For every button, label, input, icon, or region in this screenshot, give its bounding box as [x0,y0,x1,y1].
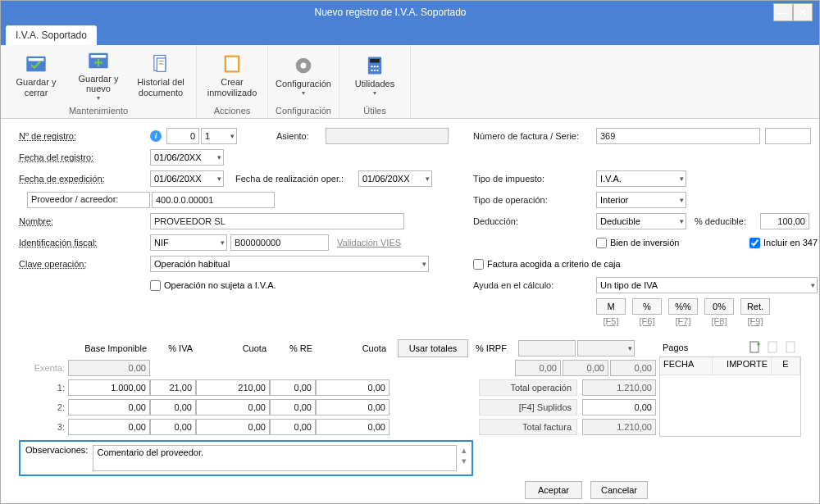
calc-btn-ret[interactable]: Ret. [740,298,770,315]
incluir-347-check[interactable]: Incluir en 347 [749,238,818,248]
minimize-icon[interactable]: — [773,3,793,21]
aceptar-button[interactable]: Aceptar [525,481,582,499]
pct-deducible-input[interactable] [760,213,809,229]
window-title: Nuevo registro de I.V.A. Soportado [7,7,773,18]
suplidos-val[interactable] [582,399,656,415]
fecha-exped-select[interactable]: 01/06/20XX▾ [150,170,224,187]
serie-input[interactable] [765,128,811,144]
cuota-1[interactable] [196,379,270,396]
deduccion-select[interactable]: Deducible▾ [596,213,686,229]
re-1[interactable] [270,379,316,396]
ident-fiscal-input[interactable] [230,234,329,251]
ident-fiscal-label: Identificación fiscal: [19,238,150,247]
clave-op-label: Clave operación: [19,259,150,269]
scroll-up-icon[interactable]: ▴ [462,445,467,456]
historial-button[interactable]: Historial del documento [130,47,191,104]
op-no-sujeta-check[interactable]: Operación no sujeta a I.V.A. [150,280,276,291]
proveedor-input[interactable] [152,192,275,208]
pct-deducible-label: % deducible: [695,216,760,226]
svg-point-18 [374,70,376,71]
ribbon-group-mantenimiento: Guardar y cerrar Guardar y nuevo▾ Histor… [1,45,197,118]
svg-rect-1 [29,58,44,61]
edit-doc-icon[interactable] [767,341,780,354]
grid-row-3: 3: [19,417,472,437]
utilidades-button[interactable]: Utilidades▾ [344,47,405,104]
guardar-nuevo-button[interactable]: Guardar y nuevo▾ [68,47,129,104]
svg-rect-21 [768,342,777,352]
svg-rect-13 [370,59,380,63]
irpf-empty [518,340,576,356]
observaciones-input[interactable] [93,445,457,471]
nombre-input[interactable] [150,213,404,229]
bien-inversion-check[interactable]: Bien de inversión [596,238,679,248]
cuota-2[interactable] [196,399,270,415]
irpf-label: % IRPF [476,343,517,353]
deduccion-label: Deducción: [473,216,596,226]
configuracion-button[interactable]: Configuración▾ [273,47,334,104]
svg-rect-9 [226,57,238,70]
ayuda-calc-select[interactable]: Un tipo de IVA▾ [596,277,818,293]
base-1[interactable] [68,379,150,396]
col-iva: % IVA [150,343,196,353]
svg-rect-3 [91,55,107,58]
irpf-select[interactable]: ▾ [577,340,635,356]
fecha-registro-select[interactable]: 01/06/20XX▾ [150,149,224,166]
usar-totales-button[interactable]: Usar totales [398,339,468,357]
iva-2[interactable] [150,399,196,415]
nregistro-input[interactable] [166,128,199,144]
tab-iva-soportado[interactable]: I.V.A. Soportado [6,25,97,45]
footer-buttons: Aceptar Cancelar [525,481,648,499]
cuota2-2[interactable] [316,399,390,415]
irpf-c3 [610,360,656,376]
calc-btn-m[interactable]: M [596,298,626,315]
svg-point-14 [371,66,372,67]
tipo-imp-select[interactable]: I.V.A.▾ [596,170,686,187]
total-op-val [582,379,656,396]
new-doc-icon[interactable] [749,341,762,354]
nregistro-seq-select[interactable]: 1▾ [201,128,237,144]
fecha-realiz-select[interactable]: 01/06/20XX▾ [358,170,432,187]
cuota2-3[interactable] [316,419,390,435]
iva-1[interactable] [150,379,196,396]
exenta-val [68,360,150,376]
form-area: Nº de registro: i 1▾ Asiento: Fecha del … [1,119,819,335]
tipo-op-select[interactable]: Interior▾ [596,192,686,208]
ribbon: Guardar y cerrar Guardar y nuevo▾ Histor… [1,45,819,119]
guardar-cerrar-button[interactable]: Guardar y cerrar [6,47,66,104]
crear-inmovilizado-button[interactable]: Crear inmovilizado [202,47,262,104]
clave-op-select[interactable]: Operación habitual▾ [150,256,429,272]
cuota-3[interactable] [196,419,270,435]
re-3[interactable] [270,419,316,435]
svg-point-11 [301,63,307,69]
title-bar: Nuevo registro de I.V.A. Soportado — ✕ [1,1,819,24]
validacion-vies-link[interactable]: Validación VIES [337,238,401,247]
info-icon[interactable]: i [150,130,162,142]
ident-fiscal-type-select[interactable]: NIF▾ [150,234,227,251]
cancelar-button[interactable]: Cancelar [590,481,648,499]
close-icon[interactable]: ✕ [793,3,813,21]
right-column: Número de factura / Serie: Tipo de impue… [473,127,818,330]
ribbon-group-config: Configuración▾ Configuración [268,45,339,118]
calc-btn-0pct[interactable]: 0% [704,298,734,315]
calc-btn-pct[interactable]: % [632,298,662,315]
cuota2-1[interactable] [316,379,390,396]
base-2[interactable] [68,399,150,415]
base-3[interactable] [68,419,150,435]
mid-grid: % IRPF ▾ Total operación [F4] Suplidos T… [476,338,656,437]
grid-row-2: 2: [19,397,472,417]
factura-caja-check[interactable]: Factura acogida a criterio de caja [473,259,621,270]
delete-doc-icon[interactable] [785,341,798,354]
left-column: Nº de registro: i 1▾ Asiento: Fecha del … [19,127,449,330]
iva-3[interactable] [150,419,196,435]
proveedor-label: Proveedor / acreedor: [27,192,150,208]
asiento-input [326,128,449,144]
hint-f9: [F9] [740,316,770,326]
re-2[interactable] [270,399,316,415]
col-e: E [772,357,800,375]
calc-btn-pctpct[interactable]: %% [668,298,698,315]
observaciones-box: Observaciones: ▴ ▾ [19,440,473,476]
col-base: Base Imponible [68,343,150,353]
nfact-input[interactable] [596,128,760,144]
scroll-down-icon[interactable]: ▾ [462,456,467,466]
svg-point-16 [376,66,378,67]
